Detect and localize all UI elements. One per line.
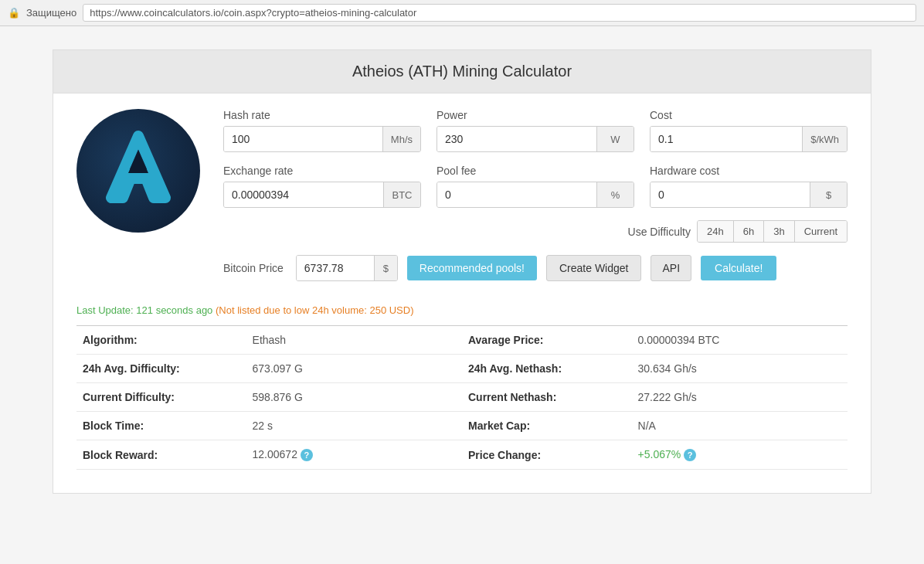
- exchange-input[interactable]: [224, 182, 383, 207]
- table-row: Algorithm:EthashAvarage Price:0.00000394…: [76, 326, 848, 355]
- title-bar: Atheios (ATH) Mining Calculator: [53, 50, 871, 93]
- help-icon-2[interactable]: ?: [684, 449, 696, 461]
- cost-input[interactable]: [651, 127, 802, 151]
- table-row: Block Time:22 sMarket Cap:N/A: [76, 412, 848, 440]
- cost-label: Cost: [650, 109, 848, 121]
- logo-area: [76, 109, 200, 233]
- api-button[interactable]: API: [651, 255, 691, 281]
- hardware-cost-input-wrap: $: [650, 182, 848, 208]
- stat-value-1: 22 s: [246, 412, 462, 440]
- main-container: Atheios (ATH) Mining Calculator: [53, 49, 871, 494]
- power-label: Power: [437, 109, 634, 121]
- lock-label: Защищено: [26, 7, 76, 19]
- stat-label-1: Block Time:: [76, 412, 246, 440]
- pool-fee-unit: %: [596, 182, 634, 207]
- coin-logo: [76, 109, 200, 233]
- lock-icon: 🔒: [8, 7, 20, 19]
- calc-section: Hash rate Mh/s Power W: [53, 93, 871, 297]
- diff-btn-6h[interactable]: 6h: [734, 221, 764, 242]
- exchange-unit: BTC: [383, 182, 420, 207]
- pool-fee-group: Pool fee %: [437, 165, 634, 208]
- btc-price-label: Bitcoin Price: [223, 262, 284, 274]
- cost-unit: $/kWh: [802, 127, 847, 151]
- stats-section: Last Update: 121 seconds ago (Not listed…: [53, 297, 871, 493]
- exchange-label: Exchange rate: [223, 165, 421, 177]
- not-listed-notice: (Not listed due to low 24h volume: 250 U…: [216, 304, 414, 316]
- coin-logo-svg: [96, 128, 181, 213]
- create-widget-button[interactable]: Create Widget: [546, 255, 641, 281]
- stat-label-1: Current Difficulty:: [76, 383, 246, 412]
- exchange-group: Exchange rate BTC: [223, 165, 421, 208]
- btc-price-input-wrap: $: [296, 255, 398, 281]
- stat-label-2: Market Cap:: [462, 412, 632, 440]
- power-input-wrap: W: [437, 126, 634, 152]
- table-row: Current Difficulty:598.876 GCurrent Neth…: [76, 383, 848, 412]
- pool-fee-input[interactable]: [437, 182, 596, 207]
- pool-fee-label: Pool fee: [437, 165, 634, 177]
- use-difficulty-label: Use Difficulty: [628, 226, 691, 238]
- stat-label-2: 24h Avg. Nethash:: [462, 355, 632, 383]
- stats-table: Algorithm:EthashAvarage Price:0.00000394…: [76, 325, 848, 470]
- hashrate-group: Hash rate Mh/s: [223, 109, 421, 152]
- stat-value-2: 30.634 Gh/s: [632, 355, 848, 383]
- stat-label-1: Block Reward:: [76, 440, 246, 470]
- form-area: Hash rate Mh/s Power W: [223, 109, 848, 281]
- hashrate-unit: Mh/s: [382, 127, 420, 151]
- field-row-1: Hash rate Mh/s Power W: [223, 109, 848, 152]
- pool-fee-input-wrap: %: [437, 182, 634, 208]
- hashrate-label: Hash rate: [223, 109, 421, 121]
- stat-value-1: 12.00672?: [246, 440, 462, 470]
- btc-price-row: Bitcoin Price $ Recommended pools! Creat…: [223, 255, 848, 281]
- stat-value-2: 0.00000394 BTC: [632, 326, 848, 355]
- diff-btn-current[interactable]: Current: [795, 221, 847, 242]
- exchange-input-wrap: BTC: [223, 182, 421, 208]
- difficulty-button-group: 24h 6h 3h Current: [697, 220, 848, 243]
- stat-value-2: N/A: [632, 412, 848, 440]
- stat-label-2: Current Nethash:: [462, 383, 632, 412]
- recommended-pools-button[interactable]: Recommended pools!: [407, 256, 537, 280]
- page-wrapper: Atheios (ATH) Mining Calculator: [0, 26, 924, 564]
- field-row-2: Exchange rate BTC Pool fee %: [223, 165, 848, 208]
- stat-label-1: Algorithm:: [76, 326, 246, 355]
- stat-value-2: 27.222 Gh/s: [632, 383, 848, 412]
- hardware-cost-label: Hardware cost: [650, 165, 848, 177]
- power-input[interactable]: [437, 127, 596, 151]
- cost-group: Cost $/kWh: [650, 109, 848, 152]
- diff-btn-3h[interactable]: 3h: [764, 221, 794, 242]
- stat-label-2: Price Change:: [462, 440, 632, 470]
- page-title: Atheios (ATH) Mining Calculator: [69, 63, 855, 80]
- help-icon[interactable]: ?: [301, 449, 313, 461]
- hashrate-input[interactable]: [224, 127, 382, 151]
- stat-value-1: 673.097 G: [246, 355, 462, 383]
- stat-value-2: +5.067%?: [632, 440, 848, 470]
- table-row: Block Reward:12.00672?Price Change:+5.06…: [76, 440, 848, 470]
- btc-price-unit: $: [374, 256, 397, 280]
- hardware-cost-input[interactable]: [651, 182, 810, 207]
- stat-value-1: 598.876 G: [246, 383, 462, 412]
- stat-value-1: Ethash: [246, 326, 462, 355]
- browser-bar: 🔒 Защищено https://www.coincalculators.i…: [0, 0, 924, 26]
- stat-label-2: Avarage Price:: [462, 326, 632, 355]
- last-update: Last Update: 121 seconds ago (Not listed…: [76, 304, 848, 316]
- difficulty-row: Use Difficulty 24h 6h 3h Current: [223, 220, 848, 243]
- last-update-time: Last Update: 121 seconds ago: [76, 304, 212, 316]
- cost-input-wrap: $/kWh: [650, 126, 848, 152]
- url-bar[interactable]: https://www.coincalculators.io/coin.aspx…: [83, 4, 916, 22]
- table-row: 24h Avg. Difficulty:673.097 G24h Avg. Ne…: [76, 355, 848, 383]
- diff-btn-24h[interactable]: 24h: [698, 221, 734, 242]
- hardware-cost-unit: $: [810, 182, 847, 207]
- btc-price-input[interactable]: [297, 256, 374, 280]
- stat-label-1: 24h Avg. Difficulty:: [76, 355, 246, 383]
- power-group: Power W: [437, 109, 634, 152]
- hashrate-input-wrap: Mh/s: [223, 126, 421, 152]
- power-unit: W: [596, 127, 634, 151]
- calculate-button[interactable]: Calculate!: [701, 256, 776, 280]
- hardware-cost-group: Hardware cost $: [650, 165, 848, 208]
